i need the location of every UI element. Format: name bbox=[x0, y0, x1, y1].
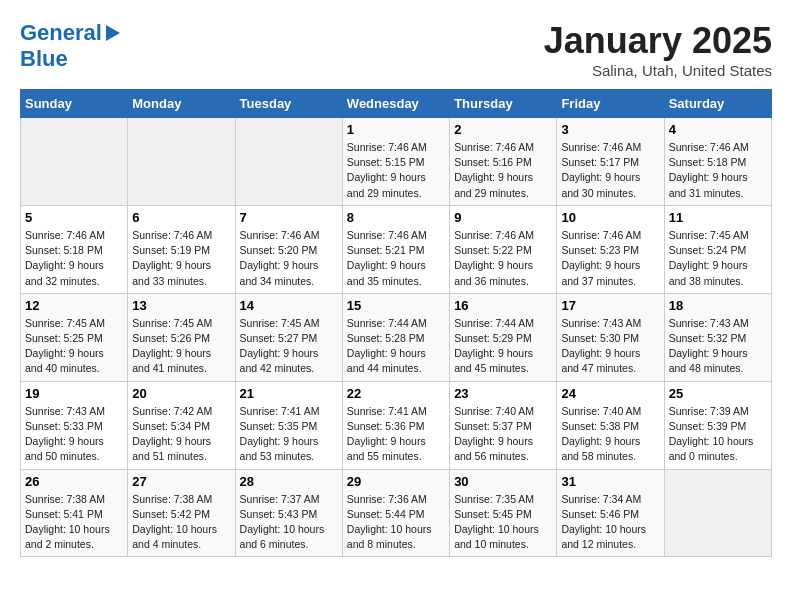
day-number: 6 bbox=[132, 210, 230, 225]
day-number: 7 bbox=[240, 210, 338, 225]
weekday-header: Sunday bbox=[21, 90, 128, 118]
day-info: Sunrise: 7:45 AM Sunset: 5:26 PM Dayligh… bbox=[132, 316, 230, 377]
day-number: 17 bbox=[561, 298, 659, 313]
day-info: Sunrise: 7:46 AM Sunset: 5:21 PM Dayligh… bbox=[347, 228, 445, 289]
day-number: 9 bbox=[454, 210, 552, 225]
calendar-cell: 18Sunrise: 7:43 AM Sunset: 5:32 PM Dayli… bbox=[664, 293, 771, 381]
calendar-cell: 9Sunrise: 7:46 AM Sunset: 5:22 PM Daylig… bbox=[450, 205, 557, 293]
day-info: Sunrise: 7:42 AM Sunset: 5:34 PM Dayligh… bbox=[132, 404, 230, 465]
logo-blue-text: Blue bbox=[20, 46, 68, 72]
day-number: 24 bbox=[561, 386, 659, 401]
calendar-cell: 16Sunrise: 7:44 AM Sunset: 5:29 PM Dayli… bbox=[450, 293, 557, 381]
calendar-cell: 25Sunrise: 7:39 AM Sunset: 5:39 PM Dayli… bbox=[664, 381, 771, 469]
day-info: Sunrise: 7:39 AM Sunset: 5:39 PM Dayligh… bbox=[669, 404, 767, 465]
calendar-cell: 26Sunrise: 7:38 AM Sunset: 5:41 PM Dayli… bbox=[21, 469, 128, 557]
day-info: Sunrise: 7:34 AM Sunset: 5:46 PM Dayligh… bbox=[561, 492, 659, 553]
calendar-subtitle: Salina, Utah, United States bbox=[544, 62, 772, 79]
calendar-cell: 8Sunrise: 7:46 AM Sunset: 5:21 PM Daylig… bbox=[342, 205, 449, 293]
day-info: Sunrise: 7:46 AM Sunset: 5:18 PM Dayligh… bbox=[25, 228, 123, 289]
calendar-cell: 22Sunrise: 7:41 AM Sunset: 5:36 PM Dayli… bbox=[342, 381, 449, 469]
day-info: Sunrise: 7:45 AM Sunset: 5:27 PM Dayligh… bbox=[240, 316, 338, 377]
day-number: 10 bbox=[561, 210, 659, 225]
calendar-cell: 7Sunrise: 7:46 AM Sunset: 5:20 PM Daylig… bbox=[235, 205, 342, 293]
day-number: 12 bbox=[25, 298, 123, 313]
day-number: 19 bbox=[25, 386, 123, 401]
calendar-cell: 10Sunrise: 7:46 AM Sunset: 5:23 PM Dayli… bbox=[557, 205, 664, 293]
day-info: Sunrise: 7:38 AM Sunset: 5:42 PM Dayligh… bbox=[132, 492, 230, 553]
calendar-cell bbox=[235, 118, 342, 206]
calendar-cell: 24Sunrise: 7:40 AM Sunset: 5:38 PM Dayli… bbox=[557, 381, 664, 469]
title-block: January 2025 Salina, Utah, United States bbox=[544, 20, 772, 79]
day-info: Sunrise: 7:35 AM Sunset: 5:45 PM Dayligh… bbox=[454, 492, 552, 553]
day-number: 16 bbox=[454, 298, 552, 313]
day-number: 4 bbox=[669, 122, 767, 137]
day-info: Sunrise: 7:45 AM Sunset: 5:25 PM Dayligh… bbox=[25, 316, 123, 377]
calendar-cell bbox=[128, 118, 235, 206]
calendar-cell: 27Sunrise: 7:38 AM Sunset: 5:42 PM Dayli… bbox=[128, 469, 235, 557]
calendar-week-row: 5Sunrise: 7:46 AM Sunset: 5:18 PM Daylig… bbox=[21, 205, 772, 293]
calendar-week-row: 1Sunrise: 7:46 AM Sunset: 5:15 PM Daylig… bbox=[21, 118, 772, 206]
day-info: Sunrise: 7:46 AM Sunset: 5:17 PM Dayligh… bbox=[561, 140, 659, 201]
weekday-header: Wednesday bbox=[342, 90, 449, 118]
calendar-cell bbox=[664, 469, 771, 557]
weekday-header: Monday bbox=[128, 90, 235, 118]
calendar-week-row: 12Sunrise: 7:45 AM Sunset: 5:25 PM Dayli… bbox=[21, 293, 772, 381]
day-number: 5 bbox=[25, 210, 123, 225]
day-info: Sunrise: 7:41 AM Sunset: 5:36 PM Dayligh… bbox=[347, 404, 445, 465]
day-number: 25 bbox=[669, 386, 767, 401]
calendar-cell: 20Sunrise: 7:42 AM Sunset: 5:34 PM Dayli… bbox=[128, 381, 235, 469]
day-number: 22 bbox=[347, 386, 445, 401]
calendar-title: January 2025 bbox=[544, 20, 772, 62]
day-number: 31 bbox=[561, 474, 659, 489]
day-number: 23 bbox=[454, 386, 552, 401]
svg-marker-0 bbox=[106, 25, 120, 41]
calendar-cell: 1Sunrise: 7:46 AM Sunset: 5:15 PM Daylig… bbox=[342, 118, 449, 206]
day-number: 8 bbox=[347, 210, 445, 225]
day-number: 15 bbox=[347, 298, 445, 313]
day-info: Sunrise: 7:40 AM Sunset: 5:38 PM Dayligh… bbox=[561, 404, 659, 465]
day-info: Sunrise: 7:46 AM Sunset: 5:22 PM Dayligh… bbox=[454, 228, 552, 289]
day-info: Sunrise: 7:46 AM Sunset: 5:23 PM Dayligh… bbox=[561, 228, 659, 289]
calendar-week-row: 26Sunrise: 7:38 AM Sunset: 5:41 PM Dayli… bbox=[21, 469, 772, 557]
calendar-cell: 15Sunrise: 7:44 AM Sunset: 5:28 PM Dayli… bbox=[342, 293, 449, 381]
day-info: Sunrise: 7:43 AM Sunset: 5:33 PM Dayligh… bbox=[25, 404, 123, 465]
day-number: 13 bbox=[132, 298, 230, 313]
logo-icon bbox=[102, 23, 122, 43]
day-info: Sunrise: 7:46 AM Sunset: 5:15 PM Dayligh… bbox=[347, 140, 445, 201]
day-info: Sunrise: 7:36 AM Sunset: 5:44 PM Dayligh… bbox=[347, 492, 445, 553]
day-info: Sunrise: 7:43 AM Sunset: 5:30 PM Dayligh… bbox=[561, 316, 659, 377]
day-number: 14 bbox=[240, 298, 338, 313]
day-number: 1 bbox=[347, 122, 445, 137]
day-info: Sunrise: 7:44 AM Sunset: 5:28 PM Dayligh… bbox=[347, 316, 445, 377]
weekday-header: Tuesday bbox=[235, 90, 342, 118]
calendar-cell: 31Sunrise: 7:34 AM Sunset: 5:46 PM Dayli… bbox=[557, 469, 664, 557]
day-number: 30 bbox=[454, 474, 552, 489]
calendar-cell: 11Sunrise: 7:45 AM Sunset: 5:24 PM Dayli… bbox=[664, 205, 771, 293]
calendar-cell: 2Sunrise: 7:46 AM Sunset: 5:16 PM Daylig… bbox=[450, 118, 557, 206]
calendar-cell: 17Sunrise: 7:43 AM Sunset: 5:30 PM Dayli… bbox=[557, 293, 664, 381]
day-info: Sunrise: 7:41 AM Sunset: 5:35 PM Dayligh… bbox=[240, 404, 338, 465]
day-number: 2 bbox=[454, 122, 552, 137]
day-number: 29 bbox=[347, 474, 445, 489]
page-header: General Blue January 2025 Salina, Utah, … bbox=[20, 20, 772, 79]
day-info: Sunrise: 7:43 AM Sunset: 5:32 PM Dayligh… bbox=[669, 316, 767, 377]
calendar-cell: 21Sunrise: 7:41 AM Sunset: 5:35 PM Dayli… bbox=[235, 381, 342, 469]
calendar-cell: 29Sunrise: 7:36 AM Sunset: 5:44 PM Dayli… bbox=[342, 469, 449, 557]
calendar-cell: 3Sunrise: 7:46 AM Sunset: 5:17 PM Daylig… bbox=[557, 118, 664, 206]
day-number: 18 bbox=[669, 298, 767, 313]
calendar-cell: 4Sunrise: 7:46 AM Sunset: 5:18 PM Daylig… bbox=[664, 118, 771, 206]
calendar-table: SundayMondayTuesdayWednesdayThursdayFrid… bbox=[20, 89, 772, 557]
day-info: Sunrise: 7:46 AM Sunset: 5:20 PM Dayligh… bbox=[240, 228, 338, 289]
logo: General Blue bbox=[20, 20, 122, 72]
calendar-cell: 28Sunrise: 7:37 AM Sunset: 5:43 PM Dayli… bbox=[235, 469, 342, 557]
calendar-cell: 13Sunrise: 7:45 AM Sunset: 5:26 PM Dayli… bbox=[128, 293, 235, 381]
weekday-header-row: SundayMondayTuesdayWednesdayThursdayFrid… bbox=[21, 90, 772, 118]
weekday-header: Thursday bbox=[450, 90, 557, 118]
weekday-header: Saturday bbox=[664, 90, 771, 118]
day-info: Sunrise: 7:46 AM Sunset: 5:19 PM Dayligh… bbox=[132, 228, 230, 289]
day-info: Sunrise: 7:38 AM Sunset: 5:41 PM Dayligh… bbox=[25, 492, 123, 553]
calendar-cell: 19Sunrise: 7:43 AM Sunset: 5:33 PM Dayli… bbox=[21, 381, 128, 469]
calendar-cell: 12Sunrise: 7:45 AM Sunset: 5:25 PM Dayli… bbox=[21, 293, 128, 381]
day-info: Sunrise: 7:40 AM Sunset: 5:37 PM Dayligh… bbox=[454, 404, 552, 465]
day-number: 26 bbox=[25, 474, 123, 489]
